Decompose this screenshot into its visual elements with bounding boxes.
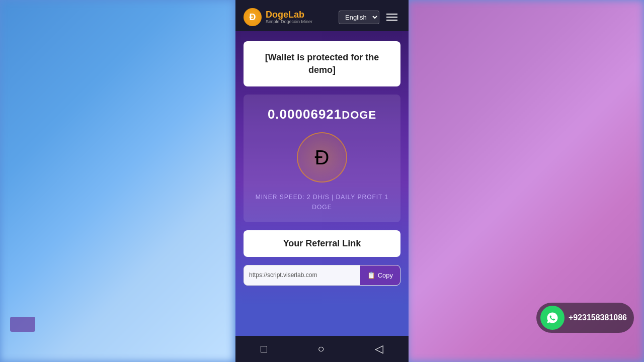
mining-animation: Ð — [297, 132, 347, 183]
logo-icon: Ð — [244, 8, 262, 26]
square-icon: □ — [261, 342, 267, 355]
logo-subtitle: Simple Dogecoin Miner — [266, 19, 312, 25]
referral-url-input[interactable] — [244, 265, 360, 285]
hamburger-line-2 — [386, 17, 397, 18]
logo-name: DogeLab — [266, 10, 312, 19]
small-purple-button[interactable] — [10, 317, 35, 332]
miner-stats: MINER SPEED: 2 DH/S | DAILY PROFIT 1 DOG… — [252, 193, 392, 212]
navbar: Ð DogeLab Simple Dogecoin Miner English — [235, 3, 409, 31]
copy-button[interactable]: 📋 Copy — [360, 265, 400, 285]
background-left — [0, 0, 234, 362]
referral-title-card: Your Referral Link — [244, 230, 400, 257]
hamburger-line-1 — [386, 14, 397, 15]
whatsapp-number: +923158381086 — [569, 313, 627, 322]
stats-line-1: MINER SPEED: 2 DH/S | DAILY PROFIT 1 — [252, 193, 392, 202]
mining-card: 0.00006921DOGE Ð MINER SPEED: 2 DH/S | D… — [244, 95, 400, 222]
wallet-protection-text: [Wallet is protected for the demo] — [252, 51, 392, 76]
logo-text: DogeLab Simple Dogecoin Miner — [266, 10, 312, 25]
logo-prefix: Doge — [266, 10, 288, 20]
nav-home-button[interactable]: ○ — [307, 338, 334, 359]
hamburger-line-3 — [386, 20, 397, 21]
wallet-card: [Wallet is protected for the demo] — [244, 41, 400, 86]
nav-back-button[interactable]: ◁ — [365, 338, 393, 359]
hamburger-button[interactable] — [383, 13, 400, 22]
nav-square-button[interactable]: □ — [251, 338, 277, 359]
copy-label: Copy — [378, 272, 393, 279]
main-content: [Wallet is protected for the demo] 0.000… — [235, 31, 409, 336]
amount-value: 0.00006921 — [268, 107, 342, 122]
currency-label: DOGE — [342, 109, 376, 121]
circle-icon: ○ — [317, 342, 324, 355]
logo-suffix: Lab — [288, 10, 304, 20]
nav-right: English — [339, 11, 400, 24]
stats-line-2: DOGE — [252, 203, 392, 212]
phone-frame: Ð DogeLab Simple Dogecoin Miner English … — [235, 0, 409, 362]
bottom-nav: □ ○ ◁ — [235, 336, 409, 362]
back-icon: ◁ — [375, 342, 383, 355]
logo-area: Ð DogeLab Simple Dogecoin Miner — [244, 8, 312, 26]
language-select[interactable]: English — [339, 11, 379, 24]
copy-icon: 📋 — [367, 272, 375, 279]
referral-link-area: 📋 Copy — [244, 265, 400, 286]
whatsapp-float[interactable]: +923158381086 — [536, 303, 634, 333]
whatsapp-icon — [540, 306, 565, 330]
referral-title: Your Referral Link — [252, 238, 392, 249]
doge-amount: 0.00006921DOGE — [252, 107, 392, 122]
